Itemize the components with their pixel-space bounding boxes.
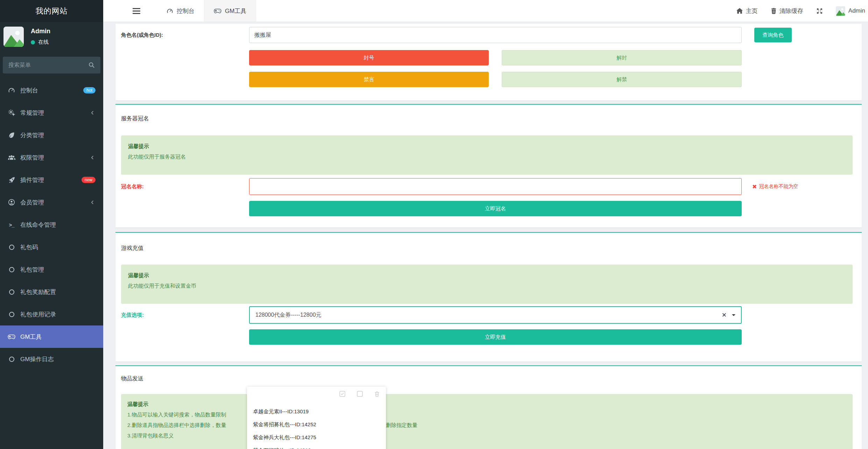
sidebar-item-category[interactable]: 分类管理 bbox=[0, 124, 103, 146]
tip-alert: 温馨提示 1.物品可以输入关键词搜索，物品数量限制 2.删除道具指物品选择栏中选… bbox=[121, 394, 853, 449]
mute-button[interactable]: 禁言 bbox=[249, 72, 489, 87]
tip-line-2: 2.删除道具指物品选择栏中选择删除，数量 bbox=[127, 420, 846, 430]
admin-account[interactable]: Admin bbox=[836, 6, 865, 16]
sidebar-item-gm-tools[interactable]: GM工具 bbox=[0, 325, 103, 348]
online-dot-icon bbox=[31, 40, 35, 44]
tip-body: 此功能仅用于充值和设置金币 bbox=[128, 281, 846, 291]
fullscreen-button[interactable] bbox=[817, 8, 823, 14]
item-send-card: 物品发送 温馨提示 1.物品可以输入关键词搜索，物品数量限制 2.删除道具指物品… bbox=[115, 365, 862, 449]
tip-line-2-tail: 删除指定数量 bbox=[386, 420, 417, 430]
game-recharge-card: 游戏充值 温馨提示 此功能仅用于充值和设置金币 充值选项: 128000代金券-… bbox=[115, 232, 862, 362]
sidebar-item-console[interactable]: 控制台 hot bbox=[0, 79, 103, 101]
sidebar-menu: 控制台 hot 常规管理 ‹ 分类管理 权限管理 ‹ bbox=[0, 79, 103, 370]
tab-gm-tools[interactable]: GM工具 bbox=[204, 0, 256, 22]
item-dropdown-popup: 卓越金元素II---ID:13019 紫金将招募礼包---ID:14252 紫金… bbox=[247, 387, 386, 449]
search-icon[interactable] bbox=[89, 62, 95, 68]
item-option[interactable]: 紫金万能碎片---ID:14313 bbox=[247, 444, 386, 449]
gears-icon bbox=[6, 109, 17, 116]
section-title: 物品发送 bbox=[121, 375, 143, 383]
unban-button[interactable]: 解封 bbox=[502, 50, 742, 65]
user-name: Admin bbox=[31, 28, 50, 35]
sidebar-item-gift-manage[interactable]: 礼包管理 bbox=[0, 258, 103, 281]
sidebar-item-label: GM工具 bbox=[20, 333, 42, 341]
tip-body: 此功能仅用于服务器冠名 bbox=[128, 152, 846, 162]
deselect-all-icon[interactable] bbox=[357, 391, 363, 397]
sidebar-item-gift-code[interactable]: 礼包码 bbox=[0, 236, 103, 258]
sidebar-item-online-command[interactable]: >_ 在线命令管理 bbox=[0, 213, 103, 236]
sidebar-item-label: 会员管理 bbox=[20, 198, 44, 206]
tip-title: 温馨提示 bbox=[128, 270, 846, 281]
chevron-left-icon: ‹ bbox=[91, 153, 94, 161]
query-role-button[interactable]: 查询角色 bbox=[754, 28, 792, 42]
hamburger-menu-icon[interactable] bbox=[128, 0, 144, 22]
sidebar-item-label: 权限管理 bbox=[20, 154, 44, 162]
ban-button[interactable]: 封号 bbox=[249, 50, 489, 65]
sidebar-item-general[interactable]: 常规管理 ‹ bbox=[0, 101, 103, 124]
users-icon bbox=[6, 155, 17, 161]
tip-alert: 温馨提示 此功能仅用于服务器冠名 bbox=[121, 135, 853, 175]
section-title: 服务器冠名 bbox=[121, 115, 149, 122]
submit-recharge-button[interactable]: 立即充值 bbox=[249, 329, 742, 345]
sidebar-item-label: 分类管理 bbox=[20, 131, 44, 139]
home-label: 主页 bbox=[746, 7, 758, 15]
topbar-actions: 主页 清除缓存 Admin bbox=[736, 0, 865, 22]
site-title: 我的网站 bbox=[0, 0, 103, 22]
sidebar-search bbox=[3, 57, 100, 73]
item-option[interactable]: 紫金神兵大礼包---ID:14275 bbox=[247, 431, 386, 444]
circle-icon bbox=[6, 289, 17, 295]
rocket-icon bbox=[6, 177, 17, 183]
home-icon bbox=[736, 8, 743, 14]
submit-naming-button[interactable]: 立即冠名 bbox=[249, 201, 742, 216]
gamepad-icon bbox=[6, 334, 17, 339]
item-option-list: 卓越金元素II---ID:13019 紫金将招募礼包---ID:14252 紫金… bbox=[247, 405, 386, 449]
sidebar-item-gift-reward[interactable]: 礼包奖励配置 bbox=[0, 281, 103, 303]
trash-icon bbox=[771, 8, 776, 14]
home-link[interactable]: 主页 bbox=[736, 7, 758, 15]
user-status-label: 在线 bbox=[38, 39, 49, 45]
naming-input[interactable] bbox=[249, 178, 742, 195]
popup-toolbar bbox=[339, 391, 380, 397]
menu-search-input[interactable] bbox=[8, 62, 89, 68]
tip-line-1: 1.物品可以输入关键词搜索，物品数量限制 bbox=[127, 409, 846, 420]
item-option[interactable]: 卓越金元素II---ID:13019 bbox=[247, 405, 386, 418]
chevron-left-icon: ‹ bbox=[91, 198, 94, 206]
clear-cache-button[interactable]: 清除缓存 bbox=[771, 7, 803, 15]
recharge-label: 充值选项: bbox=[121, 306, 144, 324]
tip-alert: 温馨提示 此功能仅用于充值和设置金币 bbox=[121, 265, 853, 304]
user-avatar[interactable] bbox=[3, 27, 24, 47]
tab-console[interactable]: 控制台 bbox=[157, 0, 204, 22]
select-all-icon[interactable] bbox=[339, 391, 345, 397]
sidebar-item-label: 常规管理 bbox=[20, 109, 44, 117]
sidebar-item-plugin[interactable]: 插件管理 new bbox=[0, 169, 103, 191]
tab-gm-tools-label: GM工具 bbox=[225, 7, 246, 15]
sidebar-item-label: 插件管理 bbox=[20, 176, 44, 184]
clear-selection-icon[interactable]: ✕ bbox=[722, 311, 727, 319]
unmute-button[interactable]: 解禁 bbox=[502, 72, 742, 87]
item-option[interactable]: 紫金将招募礼包---ID:14252 bbox=[247, 418, 386, 431]
clear-list-icon[interactable] bbox=[374, 391, 380, 397]
sidebar-item-label: 在线命令管理 bbox=[20, 221, 56, 229]
gamepad-icon bbox=[214, 8, 221, 14]
circle-icon bbox=[6, 267, 17, 272]
user-circle-icon bbox=[6, 199, 17, 206]
sidebar-item-gm-log[interactable]: GM操作日志 bbox=[0, 348, 103, 370]
admin-name-label: Admin bbox=[848, 7, 865, 14]
chevron-left-icon: ‹ bbox=[91, 108, 94, 117]
new-badge: new bbox=[82, 177, 96, 183]
role-name-input[interactable] bbox=[249, 27, 742, 43]
sidebar-item-gift-usage[interactable]: 礼包使用记录 bbox=[0, 303, 103, 325]
sidebar-item-label: 控制台 bbox=[20, 86, 38, 94]
section-title: 游戏充值 bbox=[121, 245, 143, 252]
circle-icon bbox=[6, 312, 17, 317]
expand-arrows-icon bbox=[817, 8, 823, 14]
sidebar: 我的网站 Admin 在线 控制台 hot bbox=[0, 0, 103, 449]
hot-badge: hot bbox=[83, 87, 96, 93]
sidebar-item-permission[interactable]: 权限管理 ‹ bbox=[0, 146, 103, 169]
server-naming-card: 服务器冠名 温馨提示 此功能仅用于服务器冠名 冠名名称: ✖ 冠名名称不能为空 … bbox=[115, 104, 862, 227]
naming-error: ✖ 冠名名称不能为空 bbox=[752, 178, 798, 195]
tachometer-icon bbox=[6, 87, 17, 94]
recharge-select[interactable]: 128000代金券-----12800元 ✕ bbox=[249, 306, 742, 324]
circle-icon bbox=[6, 357, 17, 362]
sidebar-item-member[interactable]: 会员管理 ‹ bbox=[0, 191, 103, 213]
sidebar-item-label: 礼包奖励配置 bbox=[20, 288, 56, 296]
